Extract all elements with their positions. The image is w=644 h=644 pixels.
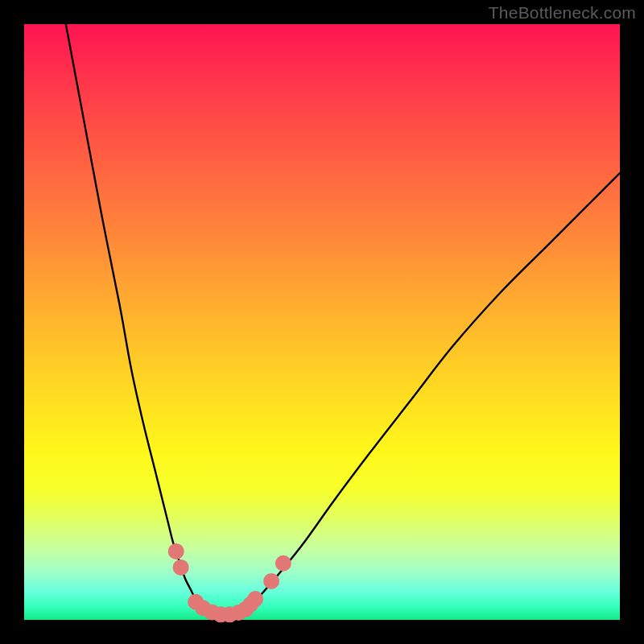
valley-marker [263, 573, 279, 589]
valley-marker [247, 591, 263, 607]
watermark-text: TheBottleneck.com [489, 3, 636, 23]
valley-marker [173, 559, 189, 576]
plot-area [24, 24, 620, 620]
valley-marker [275, 555, 291, 572]
curve-layer [24, 24, 620, 620]
valley-marker [168, 543, 184, 559]
bottleneck-curve [66, 24, 620, 615]
chart-frame: TheBottleneck.com [0, 0, 644, 644]
